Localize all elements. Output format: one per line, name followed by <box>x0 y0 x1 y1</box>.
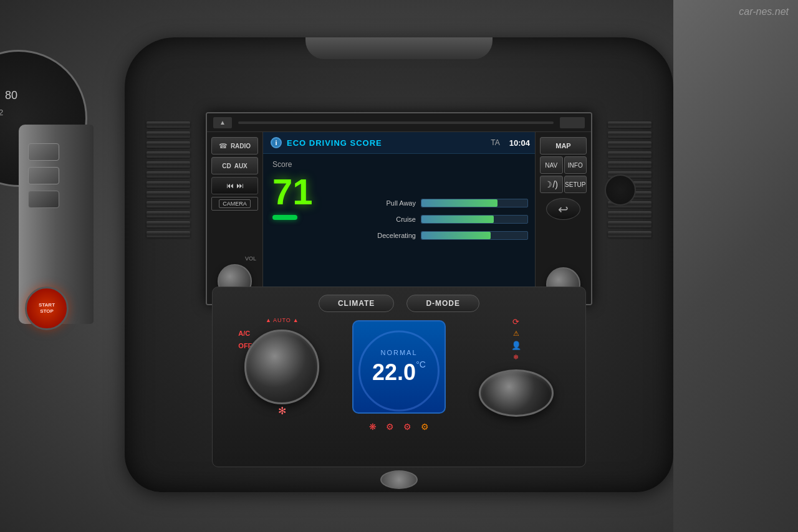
cruise-bar-fill <box>421 216 494 223</box>
slot-button[interactable] <box>560 117 585 128</box>
temp-unit: °C <box>416 359 426 369</box>
left-climate-area: A/C OFF ▲ AUTO ▲ ✻ <box>238 317 325 417</box>
camera-button[interactable]: CAMERA <box>211 197 258 211</box>
climate-icon-3: ⚙ <box>403 422 411 432</box>
ac-label: A/C <box>238 330 252 337</box>
decelerating-metric: Decelerating <box>360 231 528 240</box>
bottom-joystick[interactable] <box>380 470 418 489</box>
stalk-button-3[interactable] <box>28 191 59 208</box>
vent-left <box>143 118 193 243</box>
info-button[interactable]: INFO <box>564 156 587 174</box>
climate-top-buttons: CLIMATE D-MODE <box>213 287 585 317</box>
right-climate-knob[interactable] <box>479 369 554 417</box>
watermark: car-nes.net <box>739 6 789 17</box>
right-climate-area: ⟳ ⚠ 👤 ❄ <box>473 317 560 417</box>
left-climate-knob[interactable] <box>244 330 319 404</box>
climate-mode-label: NORMAL <box>380 349 417 356</box>
stop-label: STOP <box>39 308 55 315</box>
pull-away-bar-fill <box>421 199 498 207</box>
center-console: ▲ ☎ RADIO CD AUX ⏮ ⏭ CAMERA VOL <box>125 37 673 492</box>
gauge-unit: 2 <box>0 108 3 117</box>
climate-icon-2: ⚙ <box>386 422 394 432</box>
start-label: START <box>39 302 55 308</box>
radio-label: RADIO <box>231 143 251 150</box>
pull-away-label: Pull Away <box>360 199 416 207</box>
climate-icon-4: ⚙ <box>421 422 429 432</box>
defrost-icon: ❄ <box>511 353 521 361</box>
main-screen: i ECO DRIVING SCORE TA 10:04 Score 71 Pu… <box>263 132 537 305</box>
decelerating-label: Decelerating <box>360 232 416 239</box>
setup-button[interactable]: SETUP <box>564 176 587 193</box>
auto-label: AUTO <box>273 317 291 323</box>
bottom-climate-icons: ❋ ⚙ ⚙ ⚙ <box>213 417 585 437</box>
score-metrics: Pull Away Cruise Decelerating <box>347 160 528 278</box>
top-bezel <box>305 37 493 59</box>
dmode-button[interactable]: D-MODE <box>406 295 479 312</box>
gauge-left-area: 80 2 START STOP <box>0 0 125 532</box>
score-left: Score 71 <box>272 160 347 278</box>
aux-label: AUX <box>234 163 248 169</box>
moon-button[interactable]: ☽/) <box>540 176 563 193</box>
gauge-value: 80 <box>5 89 17 102</box>
screen-ta: TA <box>491 138 499 147</box>
infotainment-top-bar: ▲ <box>207 113 591 132</box>
start-stop-button[interactable]: START STOP <box>25 287 69 330</box>
score-value: 71 <box>272 174 313 210</box>
climate-controls: A/C OFF ▲ AUTO ▲ ✻ NORMAL 22.0 <box>213 317 585 417</box>
right-panel <box>673 0 798 532</box>
cruise-label: Cruise <box>360 216 416 223</box>
climate-display: NORMAL 22.0 °C <box>352 320 446 414</box>
temperature-value: 22.0 <box>372 359 416 386</box>
stalk-button-1[interactable] <box>28 143 59 161</box>
camera-label: CAMERA <box>219 199 251 208</box>
decelerating-bar-fill <box>421 232 491 239</box>
map-button[interactable]: MAP <box>540 137 587 154</box>
nav-button[interactable]: NAV <box>540 156 563 174</box>
moon-setup-pair: ☽/) SETUP <box>540 176 587 193</box>
fan-icon: ✻ <box>278 405 286 417</box>
cd-aux-button[interactable]: CD AUX <box>211 157 258 174</box>
auto-area: ▲ AUTO ▲ <box>266 317 299 323</box>
screen-title: ECO DRIVING SCORE <box>287 138 491 148</box>
screen-header: i ECO DRIVING SCORE TA 10:04 <box>263 132 537 154</box>
eject-button[interactable]: ▲ <box>213 117 232 128</box>
nav-info-pair: NAV INFO <box>540 156 587 174</box>
pull-away-metric: Pull Away <box>360 199 528 207</box>
cd-label: CD <box>222 163 231 169</box>
speaker-right <box>605 174 636 206</box>
screen-time: 10:04 <box>509 138 530 148</box>
warning-icon: ⚠ <box>511 330 521 338</box>
decelerating-bar-bg <box>421 231 528 240</box>
disc-slot <box>238 121 554 124</box>
prev-icon: ⏮ <box>226 181 234 190</box>
pull-away-bar-bg <box>421 199 528 207</box>
recirc-icon: ⟳ <box>511 317 521 326</box>
phone-icon: ☎ <box>219 142 228 150</box>
back-button[interactable]: ↩ <box>546 198 580 220</box>
score-label: Score <box>272 160 292 169</box>
score-area: Score 71 Pull Away Cruise <box>263 154 537 285</box>
next-icon: ⏭ <box>236 181 244 190</box>
cruise-bar-bg <box>421 215 528 224</box>
cruise-metric: Cruise <box>360 215 528 224</box>
climate-button[interactable]: CLIMATE <box>319 295 394 312</box>
prev-button[interactable]: ⏮ ⏭ <box>211 177 258 194</box>
stalk-button-2[interactable] <box>28 167 59 184</box>
climate-icons-right: ⟳ ⚠ 👤 ❄ <box>511 317 521 361</box>
person-icon: 👤 <box>511 341 521 350</box>
climate-icon-1: ❋ <box>369 422 377 432</box>
infotainment-unit: ▲ ☎ RADIO CD AUX ⏮ ⏭ CAMERA VOL <box>206 112 592 305</box>
right-panel-buttons: MAP NAV INFO ☽/) SETUP ↩ <box>535 132 591 305</box>
climate-section: CLIMATE D-MODE A/C OFF ▲ AUTO ▲ ✻ <box>212 287 586 467</box>
left-controls-panel: ☎ RADIO CD AUX ⏮ ⏭ CAMERA VOL <box>207 132 263 305</box>
info-icon: i <box>271 137 282 148</box>
radio-button[interactable]: ☎ RADIO <box>211 137 258 154</box>
vol-label: VOL <box>245 255 259 262</box>
score-indicator <box>272 215 297 220</box>
